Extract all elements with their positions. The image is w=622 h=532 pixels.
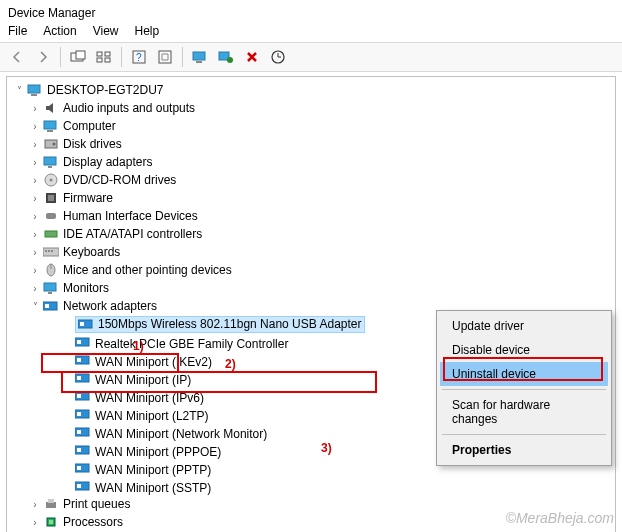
tree-category[interactable]: ›Disk drives	[7, 135, 615, 153]
expand-arrow-icon[interactable]: ›	[29, 265, 41, 276]
tree-device[interactable]: WAN Miniport (SSTP)	[7, 477, 615, 495]
category-label: Keyboards	[63, 245, 120, 259]
monitor-icon	[43, 280, 59, 296]
expand-arrow-icon[interactable]: ›	[29, 247, 41, 258]
speaker-icon	[43, 100, 59, 116]
network-adapter-icon	[75, 460, 91, 476]
svg-rect-59	[48, 499, 54, 503]
expand-arrow-icon[interactable]: ›	[29, 121, 41, 132]
svg-rect-39	[80, 322, 84, 326]
ctx-properties[interactable]: Properties	[440, 438, 608, 462]
category-label: Human Interface Devices	[63, 209, 198, 223]
tree-root[interactable]: ˅ DESKTOP-EGT2DU7	[7, 81, 615, 99]
network-adapter-icon	[75, 388, 91, 404]
device-label: WAN Miniport (Network Monitor)	[95, 427, 267, 441]
svg-rect-21	[48, 166, 52, 168]
scan-hardware-icon[interactable]	[215, 46, 237, 68]
expand-arrow-icon[interactable]: ˅	[13, 85, 25, 96]
category-label: Print queues	[63, 497, 130, 511]
svg-rect-26	[46, 213, 56, 219]
svg-rect-5	[105, 58, 110, 62]
svg-rect-61	[49, 520, 53, 524]
ctx-disable-device[interactable]: Disable device	[440, 338, 608, 362]
svg-rect-16	[44, 121, 56, 129]
expand-arrow-icon[interactable]: ›	[29, 211, 41, 222]
tree-root-label: DESKTOP-EGT2DU7	[47, 83, 163, 97]
tree-category[interactable]: ›IDE ATA/ATAPI controllers	[7, 225, 615, 243]
help-icon[interactable]: ?	[128, 46, 150, 68]
remove-icon[interactable]	[241, 46, 263, 68]
menu-bar: File Action View Help	[0, 22, 622, 42]
ctx-separator	[442, 389, 606, 390]
tree-category[interactable]: ›Computer	[7, 117, 615, 135]
expand-arrow-icon[interactable]: ›	[29, 283, 41, 294]
expand-arrow-icon[interactable]: ›	[29, 139, 41, 150]
expand-arrow-icon[interactable]: ›	[29, 517, 41, 528]
network-adapter-icon	[75, 478, 91, 494]
monitor-icon[interactable]	[189, 46, 211, 68]
forward-arrow-icon[interactable]	[32, 46, 54, 68]
disk-icon	[43, 136, 59, 152]
expand-arrow-icon[interactable]: ›	[29, 157, 41, 168]
watermark: ©MeraBheja.com	[506, 510, 614, 526]
tree-category[interactable]: ›Monitors	[7, 279, 615, 297]
tree-category[interactable]: ›Audio inputs and outputs	[7, 99, 615, 117]
svg-rect-51	[77, 430, 81, 434]
menu-view[interactable]: View	[93, 24, 119, 38]
category-label: IDE ATA/ATAPI controllers	[63, 227, 202, 241]
network-adapter-icon	[75, 352, 91, 368]
svg-rect-31	[51, 250, 53, 252]
expand-arrow-icon[interactable]: ›	[29, 103, 41, 114]
update-driver-icon[interactable]	[267, 46, 289, 68]
device-label: 150Mbps Wireless 802.11bgn Nano USB Adap…	[98, 317, 362, 331]
network-adapter-icon	[75, 334, 91, 350]
svg-rect-47	[77, 394, 81, 398]
ctx-uninstall-device[interactable]: Uninstall device	[440, 362, 608, 386]
toolbar-divider	[182, 47, 183, 67]
expand-arrow-icon[interactable]: ˅	[29, 301, 41, 312]
show-connect-icon[interactable]	[67, 46, 89, 68]
svg-rect-45	[77, 376, 81, 380]
context-menu: Update driver Disable device Uninstall d…	[436, 310, 612, 466]
dvd-icon	[43, 172, 59, 188]
folders-icon[interactable]	[93, 46, 115, 68]
category-label: Display adapters	[63, 155, 152, 169]
svg-rect-55	[77, 466, 81, 470]
device-label: Realtek PCIe GBE Family Controller	[95, 337, 288, 351]
back-arrow-icon[interactable]	[6, 46, 28, 68]
expand-arrow-icon[interactable]: ›	[29, 229, 41, 240]
svg-rect-37	[45, 304, 49, 308]
ctx-update-driver[interactable]: Update driver	[440, 314, 608, 338]
svg-rect-15	[31, 94, 37, 96]
tree-category[interactable]: ›Human Interface Devices	[7, 207, 615, 225]
category-label: Computer	[63, 119, 116, 133]
expand-arrow-icon[interactable]: ›	[29, 175, 41, 186]
ctx-separator	[442, 434, 606, 435]
menu-action[interactable]: Action	[43, 24, 76, 38]
svg-rect-1	[76, 51, 85, 59]
tree-category[interactable]: ›Mice and other pointing devices	[7, 261, 615, 279]
category-label: Processors	[63, 515, 123, 529]
tree-category[interactable]: ›Firmware	[7, 189, 615, 207]
svg-rect-53	[77, 448, 81, 452]
computer-icon	[27, 82, 43, 98]
keyboard-icon	[43, 244, 59, 260]
svg-rect-20	[44, 157, 56, 165]
svg-rect-9	[193, 52, 205, 60]
tree-category[interactable]: ›Keyboards	[7, 243, 615, 261]
device-label: WAN Miniport (PPPOE)	[95, 445, 221, 459]
svg-rect-25	[48, 195, 54, 201]
refresh-icon[interactable]	[154, 46, 176, 68]
tree-category[interactable]: ›Display adapters	[7, 153, 615, 171]
menu-file[interactable]: File	[8, 24, 27, 38]
expand-arrow-icon[interactable]: ›	[29, 499, 41, 510]
tree-category[interactable]: ›DVD/CD-ROM drives	[7, 171, 615, 189]
svg-rect-35	[48, 292, 52, 294]
svg-point-19	[53, 143, 56, 146]
ide-icon	[43, 226, 59, 242]
mouse-icon	[43, 262, 59, 278]
expand-arrow-icon[interactable]: ›	[29, 193, 41, 204]
menu-help[interactable]: Help	[135, 24, 160, 38]
ctx-scan-hardware[interactable]: Scan for hardware changes	[440, 393, 608, 431]
toolbar-divider	[60, 47, 61, 67]
